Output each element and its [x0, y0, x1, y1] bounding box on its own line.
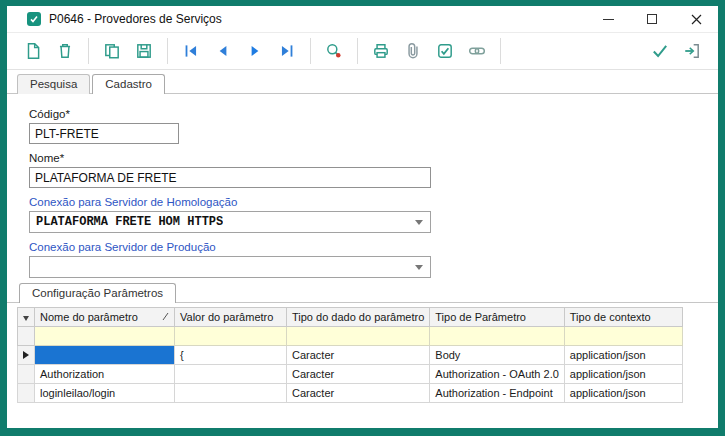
- toolbar-separator: [500, 38, 501, 64]
- grid-cell[interactable]: Caracter: [287, 365, 430, 384]
- grid-cell[interactable]: [175, 365, 287, 384]
- save-icon: [135, 42, 153, 60]
- exit-button[interactable]: [676, 37, 708, 65]
- toolbar-separator: [88, 38, 89, 64]
- toolbar-separator: [310, 38, 311, 64]
- grid-cell[interactable]: [175, 384, 287, 403]
- save-button[interactable]: [128, 37, 160, 65]
- search-button[interactable]: [318, 37, 350, 65]
- nav-first-button[interactable]: [175, 37, 207, 65]
- grid-header-row: Nome do parâmetro Valor do parâmetro Tip…: [18, 308, 683, 327]
- search-icon: [325, 42, 343, 60]
- grid-cell[interactable]: {: [175, 346, 287, 365]
- column-header-tipo-dado[interactable]: Tipo do dado do parâmetro: [287, 308, 430, 327]
- new-document-icon: [24, 42, 42, 60]
- app-window: P0646 - Provedores de Serviços: [0, 0, 725, 436]
- chevron-down-icon: [415, 220, 423, 225]
- column-header-nome[interactable]: Nome do parâmetro: [35, 308, 175, 327]
- producao-label: Conexão para Servidor de Produção: [29, 241, 718, 253]
- grid-filter-row: [18, 327, 683, 346]
- copy-button[interactable]: [96, 37, 128, 65]
- column-header-tipo-parametro[interactable]: Tipo de Parâmetro: [430, 308, 565, 327]
- filter-cell[interactable]: [175, 327, 287, 346]
- close-button[interactable]: [674, 6, 718, 32]
- homologacao-value: PLATAFORMA FRETE HOM HTTPS: [36, 215, 223, 229]
- close-icon: [691, 14, 702, 25]
- column-header-label: Tipo de Parâmetro: [435, 311, 526, 323]
- column-header-valor[interactable]: Valor do parâmetro: [175, 308, 287, 327]
- row-marker-cell: [18, 346, 35, 365]
- confirm-check-icon: [651, 42, 669, 60]
- grid-cell[interactable]: loginleilao/login: [35, 384, 175, 403]
- link-icon: [468, 42, 486, 60]
- grid-cell[interactable]: Authorization - Endpoint: [430, 384, 565, 403]
- column-header-tipo-contexto[interactable]: Tipo de contexto: [564, 308, 682, 327]
- grid-cell[interactable]: Body: [430, 346, 565, 365]
- nome-input[interactable]: [29, 167, 431, 188]
- grid-cell[interactable]: application/json: [564, 346, 682, 365]
- column-header-label: Tipo do dado do parâmetro: [292, 311, 424, 323]
- toolbar: [7, 32, 718, 70]
- exit-icon: [683, 42, 701, 60]
- maximize-button[interactable]: [630, 6, 674, 32]
- table-row: { Caracter Body application/json: [18, 346, 683, 365]
- row-marker-cell: [18, 365, 35, 384]
- trash-icon: [56, 42, 74, 60]
- nav-last-button[interactable]: [271, 37, 303, 65]
- link-button[interactable]: [461, 37, 493, 65]
- grid-cell[interactable]: application/json: [564, 384, 682, 403]
- attachment-button[interactable]: [397, 37, 429, 65]
- param-grid: Nome do parâmetro Valor do parâmetro Tip…: [17, 307, 683, 403]
- filter-cell[interactable]: [287, 327, 430, 346]
- column-header-label: Valor do parâmetro: [180, 311, 273, 323]
- table-row: loginleilao/login Caracter Authorization…: [18, 384, 683, 403]
- nav-next-icon: [246, 42, 264, 60]
- grid-cell[interactable]: Caracter: [287, 346, 430, 365]
- delete-button[interactable]: [49, 37, 81, 65]
- minimize-button[interactable]: [586, 6, 630, 32]
- column-header-label: Nome do parâmetro: [40, 311, 138, 323]
- toolbar-separator: [357, 38, 358, 64]
- app-icon: [27, 12, 41, 26]
- nav-next-button[interactable]: [239, 37, 271, 65]
- confirm-button[interactable]: [644, 37, 676, 65]
- grid-cell[interactable]: Authorization: [35, 365, 175, 384]
- tab-pesquisa[interactable]: Pesquisa: [17, 74, 90, 94]
- filter-cell[interactable]: [564, 327, 682, 346]
- grid-cell[interactable]: application/json: [564, 365, 682, 384]
- filter-cell[interactable]: [35, 327, 175, 346]
- homologacao-label: Conexão para Servidor de Homologação: [29, 196, 718, 208]
- filter-icon: [23, 316, 29, 321]
- grid-cell[interactable]: Authorization - OAuth 2.0: [430, 365, 565, 384]
- maximize-icon: [647, 14, 657, 24]
- titlebar: P0646 - Provedores de Serviços: [7, 6, 718, 32]
- window-title: P0646 - Provedores de Serviços: [49, 12, 222, 26]
- tab-cadastro[interactable]: Cadastro: [92, 74, 165, 94]
- current-row-icon: [23, 351, 29, 359]
- tasks-button[interactable]: [429, 37, 461, 65]
- print-button[interactable]: [365, 37, 397, 65]
- homologacao-select[interactable]: PLATAFORMA FRETE HOM HTTPS: [29, 211, 431, 233]
- grid-corner-cell[interactable]: [18, 308, 35, 327]
- nav-previous-button[interactable]: [207, 37, 239, 65]
- codigo-input[interactable]: [29, 123, 179, 144]
- grid-cell[interactable]: [35, 346, 175, 365]
- nav-previous-icon: [214, 42, 232, 60]
- new-button[interactable]: [17, 37, 49, 65]
- param-tabs: Configuração Parâmetros: [7, 280, 718, 303]
- filter-marker-cell: [18, 327, 35, 346]
- copy-icon: [103, 42, 121, 60]
- tab-configuracao-parametros[interactable]: Configuração Parâmetros: [19, 283, 176, 303]
- param-grid-container: Nome do parâmetro Valor do parâmetro Tip…: [7, 303, 718, 403]
- grid-cell[interactable]: Caracter: [287, 384, 430, 403]
- printer-icon: [372, 42, 390, 60]
- checkbox-icon: [436, 42, 454, 60]
- producao-select[interactable]: [29, 256, 431, 278]
- sort-icon: [162, 312, 169, 321]
- column-header-label: Tipo de contexto: [570, 311, 651, 323]
- row-marker-cell: [18, 384, 35, 403]
- toolbar-separator: [167, 38, 168, 64]
- nav-last-icon: [278, 42, 296, 60]
- filter-cell[interactable]: [430, 327, 565, 346]
- nome-label: Nome*: [29, 152, 718, 164]
